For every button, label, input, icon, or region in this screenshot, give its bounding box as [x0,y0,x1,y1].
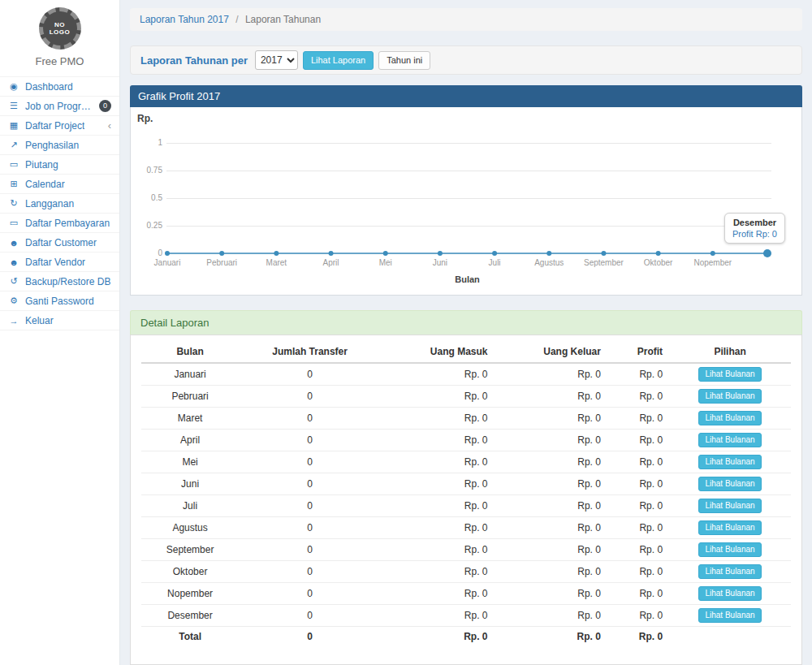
profit-cell: Rp. 0 [607,583,669,605]
view-monthly-button[interactable]: Lihat Bulanan [698,389,761,404]
money-in-cell: Rp. 0 [381,495,494,517]
view-monthly-button[interactable]: Lihat Bulanan [698,586,761,601]
chart-point-mei[interactable] [383,251,388,256]
money-out-cell: Rp. 0 [494,408,607,430]
transfer-count-cell: 0 [239,561,381,583]
view-monthly-button[interactable]: Lihat Bulanan [698,499,761,513]
money-out-cell: Rp. 0 [494,517,607,539]
chart-point-desember[interactable] [763,249,771,257]
tooltip-month: Desember [732,218,777,227]
logo-text-line1: NO [54,21,65,28]
y-tick-label: 0.75 [147,166,163,175]
chart-point-maret[interactable] [274,251,279,256]
sidebar-item-dashboard[interactable]: ◉Dashboard [0,77,119,97]
table-row: Pebruari0Rp. 0Rp. 0Rp. 0Lihat Bulanan [141,386,791,408]
chart-tooltip: Desember Profit Rp: 0 [724,213,785,244]
report-filter-panel: Laporan Tahunan per 2017 Lihat Laporan T… [130,45,802,75]
month-cell: Nopember [141,583,239,605]
month-cell: Januari [141,363,239,386]
brand-name: Free PMO [0,55,119,67]
sign-out-icon: → [8,316,19,326]
profit-cell: Rp. 0 [607,605,669,627]
chart-point-pebruari[interactable] [219,251,224,256]
sidebar-item-penghasilan[interactable]: ↗Penghasilan [0,136,119,155]
x-tick-label: Pebruari [206,258,237,267]
profit-cell: Rp. 0 [607,517,669,539]
sidebar-item-daftar-vendor[interactable]: ☻Daftar Vendor [0,253,119,272]
sidebar-item-piutang[interactable]: ▭Piutang [0,155,119,175]
month-cell: Juli [141,495,239,517]
table-row: Maret0Rp. 0Rp. 0Rp. 0Lihat Bulanan [141,408,791,430]
action-cell: Lihat Bulanan [669,451,791,473]
profit-line-chart[interactable]: 10.750.50.250Rp.JanuariPebruariMaretApri… [131,107,801,294]
money-out-cell: Rp. 0 [494,451,607,473]
profit-cell: Rp. 0 [607,495,669,517]
money-in-cell: Rp. 0 [381,363,494,386]
chart-point-januari[interactable] [165,251,170,256]
sidebar-item-label: Daftar Pembayaran [25,218,110,229]
transfer-count-cell: 0 [239,451,381,473]
column-header-uang-masuk: Uang Masuk [381,342,494,363]
chart-point-april[interactable] [329,251,334,256]
view-monthly-button[interactable]: Lihat Bulanan [698,477,761,491]
money-out-cell: Rp. 0 [494,561,607,583]
x-axis-label: Bulan [455,274,480,284]
view-monthly-button[interactable]: Lihat Bulanan [698,564,761,579]
sidebar-item-calendar[interactable]: ⊞Calendar [0,175,119,194]
money-in-cell: Rp. 0 [381,451,494,473]
this-year-button[interactable]: Tahun ini [378,51,430,70]
sidebar-item-ganti-password[interactable]: ⚙Ganti Password [0,291,119,311]
month-cell: Juni [141,473,239,495]
profit-cell: Rp. 0 [607,473,669,495]
transfer-count-cell: 0 [239,583,381,605]
sidebar-item-daftar-project[interactable]: ▦Daftar Project‹ [0,116,119,136]
chart-point-juni[interactable] [438,251,443,256]
view-report-button[interactable]: Lihat Laporan [303,51,374,70]
detail-table-wrapper: BulanJumlah TransferUang MasukUang Kelua… [130,335,802,665]
sidebar-item-keluar[interactable]: →Keluar [0,311,119,330]
action-cell: Lihat Bulanan [669,539,791,561]
chart-point-nopember[interactable] [710,251,715,256]
chart-point-oktober[interactable] [656,251,661,256]
transfer-count-cell: 0 [239,473,381,495]
year-select[interactable]: 2017 [255,50,298,70]
action-cell: Lihat Bulanan [669,363,791,386]
view-monthly-button[interactable]: Lihat Bulanan [698,411,761,425]
action-cell [669,627,791,647]
view-monthly-button[interactable]: Lihat Bulanan [698,542,761,557]
action-cell: Lihat Bulanan [669,408,791,430]
transfer-count-cell: 0 [239,539,381,561]
users-icon: ☻ [8,238,19,248]
table-row: Nopember0Rp. 0Rp. 0Rp. 0Lihat Bulanan [141,583,791,605]
breadcrumb-link[interactable]: Laporan Tahun 2017 [140,14,229,25]
x-tick-label: Nopember [693,258,732,267]
column-header-pilihan: Pilihan [669,342,791,363]
breadcrumb-current: Laporan Tahunan [245,14,321,25]
chart-point-agustus[interactable] [546,251,551,256]
chart-point-september[interactable] [601,251,606,256]
view-monthly-button[interactable]: Lihat Bulanan [698,455,761,469]
filter-label: Laporan Tahunan per [140,54,248,67]
view-monthly-button[interactable]: Lihat Bulanan [698,367,761,382]
profit-cell: Rp. 0 [607,561,669,583]
profit-chart-box: Grafik Profit 2017 10.750.50.250Rp.Janua… [130,85,802,296]
sidebar-item-daftar-customer[interactable]: ☻Daftar Customer [0,233,119,253]
transfer-count-cell: 0 [239,363,381,386]
money-out-cell: Rp. 0 [494,627,607,647]
progress-count-badge: 0 [99,100,111,112]
chart-area[interactable]: 10.750.50.250Rp.JanuariPebruariMaretApri… [130,107,802,296]
profit-cell: Rp. 0 [607,408,669,430]
money-out-cell: Rp. 0 [494,583,607,605]
view-monthly-button[interactable]: Lihat Bulanan [698,433,761,447]
sidebar-item-daftar-pembayaran[interactable]: ▭Daftar Pembayaran [0,214,119,233]
sidebar-item-job-on-progress[interactable]: ☰Job on Progress0 [0,97,119,116]
detail-report-box: Detail Laporan BulanJumlah TransferUang … [130,310,802,665]
chart-point-juli[interactable] [492,251,497,256]
sidebar-item-backup-restore-db[interactable]: ↺Backup/Restore DB [0,272,119,291]
sidebar-item-langganan[interactable]: ↻Langganan [0,194,119,214]
action-cell: Lihat Bulanan [669,495,791,517]
view-monthly-button[interactable]: Lihat Bulanan [698,520,761,535]
view-monthly-button[interactable]: Lihat Bulanan [698,608,761,623]
profit-cell: Rp. 0 [607,627,669,647]
sidebar: NO LOGO Free PMO ◉Dashboard☰Job on Progr… [0,0,120,665]
